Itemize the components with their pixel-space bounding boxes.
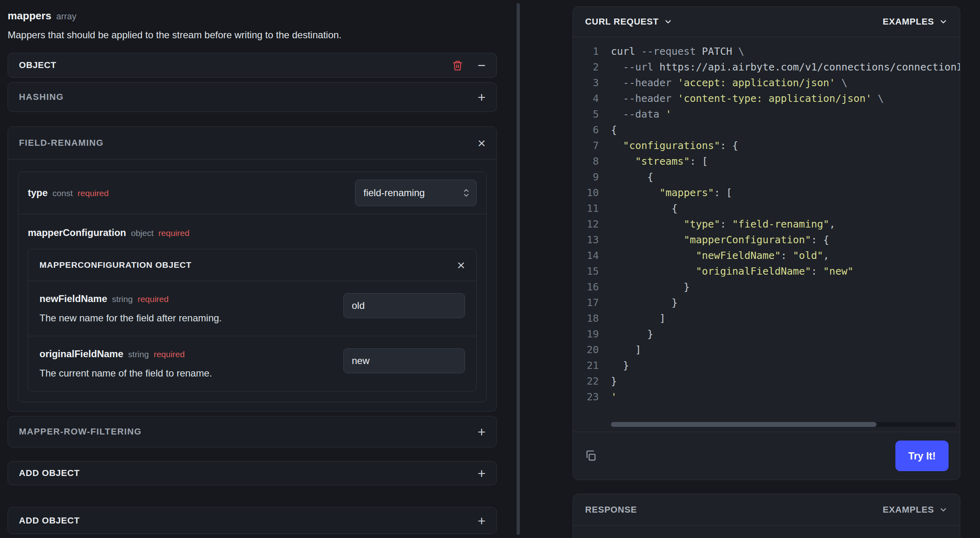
add-object-outer-button[interactable]: ADD OBJECT + xyxy=(8,507,497,534)
line-number: 6 xyxy=(573,122,611,138)
line-number: 20 xyxy=(573,342,611,358)
code-line: 16 } xyxy=(573,279,960,295)
property-name: mappers xyxy=(8,10,51,22)
code-text: ] xyxy=(611,310,665,326)
response-title: RESPONSE xyxy=(585,505,637,515)
line-number: 17 xyxy=(573,295,611,310)
type-field-label: type const required xyxy=(28,187,109,199)
hashing-section[interactable]: HASHING + xyxy=(8,82,497,112)
chevron-down-icon xyxy=(939,17,948,26)
code-text: } xyxy=(611,326,653,342)
code-text: --header 'content-type: application/json… xyxy=(611,91,884,106)
minus-icon: − xyxy=(478,58,486,72)
response-header: RESPONSE EXAMPLES xyxy=(573,494,960,526)
hashing-label: HASHING xyxy=(19,92,64,102)
try-it-button[interactable]: Try It! xyxy=(895,441,949,471)
original-field-name-description: The current name of the field to rename. xyxy=(39,368,212,379)
plus-icon: + xyxy=(478,466,486,480)
line-number: 9 xyxy=(573,169,611,185)
code-line: 23' xyxy=(573,389,960,405)
add-object-button[interactable]: ADD OBJECT + xyxy=(8,461,497,485)
mapper-row-filtering-section[interactable]: MAPPER-ROW-FILTERING + xyxy=(8,416,497,447)
plus-icon: + xyxy=(478,90,486,104)
code-line: 6{ xyxy=(573,122,960,138)
code-line: 2 --url https://api.airbyte.com/v1/conne… xyxy=(573,59,960,75)
line-number: 18 xyxy=(573,310,611,326)
line-number: 3 xyxy=(573,75,611,91)
line-number: 19 xyxy=(573,326,611,342)
original-field-name-required: required xyxy=(154,350,185,359)
curl-request-title: CURL REQUEST xyxy=(585,17,659,27)
copy-code-button[interactable] xyxy=(584,449,597,462)
response-examples-dropdown[interactable]: EXAMPLES xyxy=(883,505,948,515)
code-line: 9 { xyxy=(573,169,960,185)
code-text: { xyxy=(611,201,678,216)
line-number: 7 xyxy=(573,138,611,153)
original-field-name-meta: string xyxy=(128,350,149,359)
code-text: "mappers": [ xyxy=(611,185,732,201)
line-number: 22 xyxy=(573,373,611,389)
expand-hashing-button[interactable]: + xyxy=(478,90,486,104)
code-text: --header 'accept: application/json' \ xyxy=(611,75,847,91)
schema-panel: mappers array Mappers that should be app… xyxy=(8,0,497,534)
type-select-value: field-renaming xyxy=(363,187,425,199)
plus-icon: + xyxy=(478,425,486,439)
new-field-name-row: newFieldName string required The new nam… xyxy=(28,281,476,336)
new-field-name-input[interactable] xyxy=(343,293,465,318)
new-field-name-required: required xyxy=(137,294,168,304)
code-horizontal-scrollbar[interactable] xyxy=(611,422,956,427)
line-number: 12 xyxy=(573,216,611,232)
request-examples-dropdown[interactable]: EXAMPLES xyxy=(883,17,948,27)
field-renaming-fields-box: type const required field-renaming mappe… xyxy=(18,172,487,402)
curl-request-panel: CURL REQUEST EXAMPLES 1curl --request PA… xyxy=(573,6,960,480)
close-mapper-configuration-button[interactable]: × xyxy=(457,258,465,272)
code-line: 22} xyxy=(573,373,960,389)
code-horizontal-scrollbar-thumb[interactable] xyxy=(611,422,876,427)
line-number: 2 xyxy=(573,59,611,75)
field-renaming-header[interactable]: FIELD-RENAMING × xyxy=(8,127,496,159)
original-field-name-label: originalFieldName xyxy=(39,348,123,360)
plus-icon: + xyxy=(478,514,486,528)
new-field-name-description: The new name for the field after renamin… xyxy=(39,312,222,324)
type-select[interactable]: field-renaming xyxy=(355,180,477,206)
code-text: } xyxy=(611,295,678,310)
close-icon: × xyxy=(478,136,486,150)
plus-icon-button[interactable]: + xyxy=(478,514,486,528)
mapper-configuration-required: required xyxy=(158,228,189,238)
code-text: "type": "field-renaming", xyxy=(611,216,835,232)
mapper-configuration-label-row: mapperConfiguration object required xyxy=(28,227,477,238)
original-field-name-input[interactable] xyxy=(343,348,465,373)
code-line: 8 "streams": [ xyxy=(573,153,960,169)
code-line: 17 } xyxy=(573,295,960,310)
curl-request-footer: Try It! xyxy=(573,432,960,480)
new-field-name-label: newFieldName xyxy=(39,293,107,304)
line-number: 23 xyxy=(573,389,611,405)
line-number: 10 xyxy=(573,185,611,201)
code-text: --data ' xyxy=(611,106,672,122)
expand-mapper-row-filtering-button[interactable]: + xyxy=(478,425,486,439)
code-line: 20 ] xyxy=(573,342,960,358)
code-line: 5 --data ' xyxy=(573,106,960,122)
code-line: 3 --header 'accept: application/json' \ xyxy=(573,75,960,91)
line-number: 15 xyxy=(573,263,611,279)
object-card-header: OBJECT − xyxy=(8,53,497,78)
code-text: "streams": [ xyxy=(611,153,708,169)
type-field-row: type const required field-renaming xyxy=(18,172,486,214)
original-field-name-info: originalFieldName string required The cu… xyxy=(39,348,212,379)
remove-field-renaming-button[interactable]: × xyxy=(478,136,486,150)
request-language-dropdown[interactable]: CURL REQUEST xyxy=(585,17,673,27)
response-panel: RESPONSE EXAMPLES xyxy=(573,494,960,538)
delete-object-button[interactable] xyxy=(452,60,463,71)
code-text: "originalFieldName": "new" xyxy=(611,263,853,279)
plus-icon-button[interactable]: + xyxy=(478,466,486,480)
field-renaming-section: FIELD-RENAMING × type const required fie… xyxy=(8,126,497,412)
add-object-outer-label: ADD OBJECT xyxy=(19,515,80,526)
code-line: 13 "mapperConfiguration": { xyxy=(573,232,960,248)
vertical-scrollbar[interactable] xyxy=(517,3,520,535)
line-number: 11 xyxy=(573,201,611,216)
collapse-object-button[interactable]: − xyxy=(478,58,486,72)
trash-icon xyxy=(452,60,463,71)
code-lines: 1curl --request PATCH \2 --url https://a… xyxy=(573,43,960,405)
code-text: } xyxy=(611,373,617,389)
code-text: "mapperConfiguration": { xyxy=(611,232,829,248)
